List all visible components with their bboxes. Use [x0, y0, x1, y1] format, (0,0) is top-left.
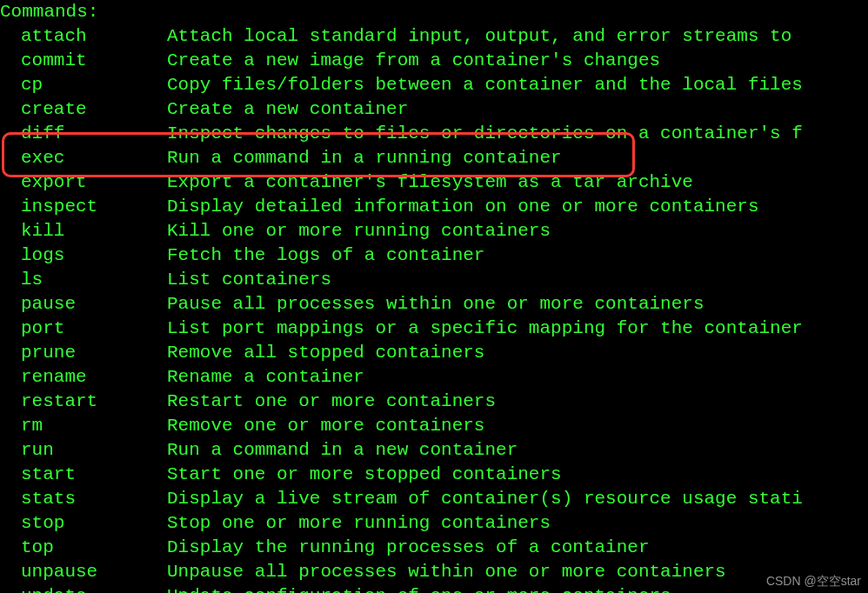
command-desc: Pause all processes within one or more c…: [167, 292, 704, 316]
command-desc: List containers: [167, 268, 331, 292]
command-desc: Remove one or more containers: [167, 414, 484, 438]
command-desc: Inspect changes to files or directories …: [167, 122, 803, 146]
command-name: inspect: [21, 195, 167, 219]
command-row: renameRename a container: [0, 365, 868, 390]
command-row: pruneRemove all stopped containers: [0, 341, 868, 365]
command-name: stop: [21, 511, 167, 536]
command-name: commit: [21, 49, 167, 73]
command-row: unpauseUnpause all processes within one …: [0, 560, 868, 584]
command-row: portList port mappings or a specific map…: [0, 316, 868, 341]
command-desc: Display detailed information on one or m…: [167, 195, 759, 219]
command-desc: Display the running processes of a conta…: [167, 536, 650, 560]
command-name: prune: [21, 341, 167, 365]
command-desc: Restart one or more containers: [167, 390, 496, 414]
command-desc: Run a command in a running container: [167, 146, 562, 170]
command-name: restart: [21, 390, 167, 414]
command-name: rename: [21, 365, 167, 390]
command-row: topDisplay the running processes of a co…: [0, 536, 868, 560]
command-name: diff: [21, 122, 167, 146]
command-name: cp: [21, 73, 167, 97]
command-row: diffInspect changes to files or director…: [0, 122, 868, 146]
command-row: killKill one or more running containers: [0, 219, 868, 243]
command-desc: Unpause all processes within one or more…: [167, 560, 726, 584]
command-name: ls: [21, 268, 167, 292]
command-row: startStart one or more stopped container…: [0, 463, 868, 487]
command-desc: Start one or more stopped containers: [167, 463, 562, 487]
command-desc: Fetch the logs of a container: [167, 243, 484, 268]
command-name: stats: [21, 487, 167, 511]
command-desc: Stop one or more running containers: [167, 511, 551, 536]
command-desc: List port mappings or a specific mapping…: [167, 316, 803, 341]
command-name: logs: [21, 243, 167, 268]
command-row: attachAttach local standard input, outpu…: [0, 24, 868, 49]
command-row: execRun a command in a running container: [0, 146, 868, 170]
command-desc: Remove all stopped containers: [167, 341, 484, 365]
command-desc: Create a new container: [167, 97, 408, 122]
command-name: update: [21, 584, 167, 593]
watermark-text: CSDN @空空star: [766, 574, 861, 588]
command-row: cpCopy files/folders between a container…: [0, 73, 868, 97]
command-name: unpause: [21, 560, 167, 584]
command-name: run: [21, 438, 167, 463]
command-name: port: [21, 316, 167, 341]
command-desc: Create a new image from a container's ch…: [167, 49, 660, 73]
command-row: stopStop one or more running containers: [0, 511, 868, 536]
command-name: start: [21, 463, 167, 487]
command-row: runRun a command in a new container: [0, 438, 868, 463]
command-row: restartRestart one or more containers: [0, 390, 868, 414]
commands-header: Commands:: [0, 0, 868, 24]
command-desc: Kill one or more running containers: [167, 219, 551, 243]
command-name: attach: [21, 24, 167, 49]
command-row: createCreate a new container: [0, 97, 868, 122]
command-desc: Run a command in a new container: [167, 438, 517, 463]
command-desc: Update configuration of one or more cont…: [167, 584, 671, 593]
command-row: inspectDisplay detailed information on o…: [0, 195, 868, 219]
command-row: lsList containers: [0, 268, 868, 292]
command-desc: Attach local standard input, output, and…: [167, 24, 791, 49]
command-row: commitCreate a new image from a containe…: [0, 49, 868, 73]
command-row: rmRemove one or more containers: [0, 414, 868, 438]
command-name: pause: [21, 292, 167, 316]
command-row: exportExport a container's filesystem as…: [0, 170, 868, 195]
command-name: top: [21, 536, 167, 560]
command-name: export: [21, 170, 167, 195]
command-row: pausePause all processes within one or m…: [0, 292, 868, 316]
command-name: create: [21, 97, 167, 122]
command-row: updateUpdate configuration of one or mor…: [0, 584, 868, 593]
command-name: kill: [21, 219, 167, 243]
command-desc: Rename a container: [167, 365, 364, 390]
command-row: logsFetch the logs of a container: [0, 243, 868, 268]
command-name: exec: [21, 146, 167, 170]
command-row: statsDisplay a live stream of container(…: [0, 487, 868, 511]
command-desc: Display a live stream of container(s) re…: [167, 487, 803, 511]
command-name: rm: [21, 414, 167, 438]
terminal-output: Commands: attachAttach local standard in…: [0, 0, 868, 593]
command-desc: Export a container's filesystem as a tar…: [167, 170, 693, 195]
command-desc: Copy files/folders between a container a…: [167, 73, 803, 97]
